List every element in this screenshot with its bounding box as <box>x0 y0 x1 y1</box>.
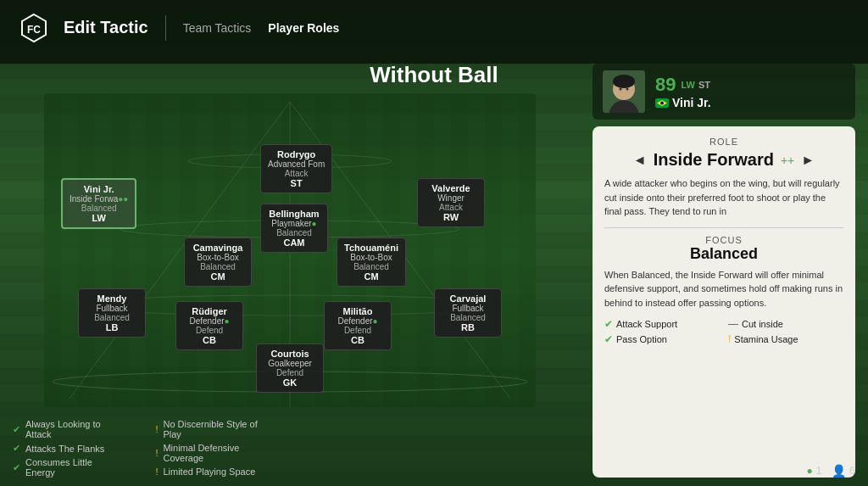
stat-no-style: ! No Discernible Style of Play <box>155 419 275 439</box>
role-name: Inside Forward <box>654 150 774 170</box>
stat-label-minimal-defense: Minimal Defensive Coverage <box>163 443 275 463</box>
stat-warn-icon-2: ! <box>155 448 158 458</box>
player-focus-rodrygo: Attack <box>268 169 325 178</box>
trait-warn-icon: ! <box>728 333 731 345</box>
page-title: Without Ball <box>0 55 868 95</box>
player-card-militao[interactable]: Militão Defender● Defend CB <box>324 301 392 350</box>
trait-label-stamina-usage: Stamina Usage <box>734 334 798 344</box>
stat-always-attack: ✔ Always Looking to Attack <box>13 419 121 439</box>
player-name-camavinga: Camavinga <box>192 243 244 253</box>
player-role-carvajal: Fullback <box>442 304 494 313</box>
tab-player-roles[interactable]: Player Roles <box>268 17 339 39</box>
stat-label-limited-space: Limited Playing Space <box>163 466 255 477</box>
stat-minimal-defense: ! Minimal Defensive Coverage <box>155 443 275 463</box>
players-indicator: 👤 6 <box>832 464 855 478</box>
player-role-valverde: Winger <box>425 193 477 203</box>
trait-stamina-usage: ! Stamina Usage <box>728 333 843 345</box>
player-pos-bellingham: CAM <box>268 237 320 248</box>
trait-pass-option: ✔ Pass Option <box>604 333 720 345</box>
trait-check-icon: ✔ <box>604 318 613 330</box>
player-name-courtois: Courtois <box>264 349 316 359</box>
stat-limited-space: ! Limited Playing Space <box>155 466 275 477</box>
player-pos-vini: LW <box>70 213 128 223</box>
role-description: A wide attacker who begins on the wing, … <box>604 176 843 219</box>
player-pos-valverde: RW <box>425 212 477 222</box>
traits-grid: ✔ Attack Support — Cut inside ✔ Pass Opt… <box>604 318 843 345</box>
stat-label-energy: Consumes Little Energy <box>25 457 121 478</box>
trait-cut-inside: — Cut inside <box>728 318 843 330</box>
player-pos-camavinga: CM <box>192 271 244 282</box>
header-title: Edit Tactic <box>64 18 148 37</box>
player-name-row: Vini Jr. <box>655 96 845 109</box>
player-card-courtois[interactable]: Courtois Goalkeeper Defend GK <box>256 344 324 393</box>
player-name-rudiger: Rüdiger <box>183 306 236 316</box>
player-focus-carvajal: Balanced <box>442 313 494 322</box>
tab-team-tactics[interactable]: Team Tactics <box>183 17 252 39</box>
svg-text:FC: FC <box>27 24 41 36</box>
stat-check-icon: ✔ <box>13 424 20 435</box>
player-name-main: Vini Jr. <box>672 96 711 109</box>
trait-label-pass-option: Pass Option <box>616 334 667 344</box>
role-next-button[interactable]: ► <box>801 153 815 168</box>
player-role-tchouameni: Box-to-Box <box>344 253 398 262</box>
stat-check-icon-3: ✔ <box>13 462 20 473</box>
stat-label-no-style: No Discernible Style of Play <box>163 419 275 439</box>
player-card-mendy[interactable]: Mendy Fullback Balanced LB <box>78 288 146 338</box>
player-pos-militao: CB <box>331 335 384 345</box>
player-card-valverde[interactable]: Valverde Winger Attack RW <box>417 178 485 227</box>
player-focus-rudiger: Defend <box>183 326 236 335</box>
player-card-carvajal[interactable]: Carvajal Fullback Balanced RB <box>434 288 502 338</box>
stat-label-always-attack: Always Looking to Attack <box>25 419 121 439</box>
focus-description: When Balanced, the Inside Forward will o… <box>604 268 843 310</box>
player-role-courtois: Goalkeeper <box>264 359 316 368</box>
player-role-vini: Inside Forwa●● <box>70 194 128 204</box>
role-prev-button[interactable]: ◄ <box>633 153 647 168</box>
player-card-camavinga[interactable]: Camavinga Box-to-Box Balanced CM <box>184 237 252 287</box>
player-name-militao: Militão <box>331 306 384 316</box>
player-name-mendy: Mendy <box>86 293 138 304</box>
rating-icon: ● <box>806 465 812 477</box>
trait-dash-icon: — <box>728 318 738 330</box>
stat-flanks: ✔ Attacks The Flanks <box>13 443 121 454</box>
player-pos-rudiger: CB <box>183 335 236 345</box>
bottom-right-stats: ● 1 👤 6 <box>806 464 855 478</box>
stat-warn-icon: ! <box>155 424 158 434</box>
focus-divider <box>604 227 843 228</box>
player-card-rodrygo[interactable]: Rodrygo Advanced Fom Attack ST <box>260 144 332 193</box>
svg-point-19 <box>660 101 664 104</box>
player-role-rudiger: Defender● <box>183 316 236 326</box>
trait-label-attack-support: Attack Support <box>616 319 677 329</box>
trait-label-cut-inside: Cut inside <box>742 319 783 329</box>
player-focus-valverde: Attack <box>425 203 477 212</box>
role-dots: ++ <box>781 154 794 167</box>
rating-value: 1 <box>816 465 822 477</box>
stat-energy: ✔ Consumes Little Energy <box>13 457 121 478</box>
stat-column-right: ! No Discernible Style of Play ! Minimal… <box>155 419 275 478</box>
player-role-mendy: Fullback <box>86 304 138 313</box>
player-focus-camavinga: Balanced <box>192 262 244 271</box>
nav-tabs: Team Tactics Player Roles <box>183 17 340 39</box>
focus-name: Balanced <box>604 245 843 263</box>
header: FC Edit Tactic Team Tactics Player Roles <box>0 0 868 55</box>
player-focus-bellingham: Balanced <box>268 228 320 237</box>
player-pos-carvajal: RB <box>442 322 494 332</box>
player-pos-courtois: GK <box>264 377 316 388</box>
player-focus-militao: Defend <box>331 326 384 335</box>
player-name-carvajal: Carvajal <box>442 293 494 304</box>
trait-check-icon-2: ✔ <box>604 333 613 345</box>
focus-section-label: Focus <box>604 235 843 245</box>
player-pos-rodrygo: ST <box>268 178 325 188</box>
player-card-rudiger[interactable]: Rüdiger Defender● Defend CB <box>175 301 243 350</box>
players-icon: 👤 <box>832 464 846 478</box>
rating-indicator: ● 1 <box>806 465 821 477</box>
stat-warn-icon-3: ! <box>155 466 158 477</box>
player-focus-tchouameni: Balanced <box>344 262 398 271</box>
stat-column-left: ✔ Always Looking to Attack ✔ Attacks The… <box>13 419 121 478</box>
role-section-label: Role <box>604 137 843 147</box>
player-role-bellingham: Playmaker● <box>268 219 320 228</box>
stat-label-flanks: Attacks The Flanks <box>25 444 104 454</box>
player-card-vini[interactable]: Vini Jr. Inside Forwa●● Balanced LW <box>61 178 136 229</box>
player-card-bellingham[interactable]: Bellingham Playmaker● Balanced CAM <box>260 204 328 253</box>
player-pos-mendy: LB <box>86 322 138 332</box>
player-card-tchouameni[interactable]: Tchouaméni Box-to-Box Balanced CM <box>337 237 406 287</box>
